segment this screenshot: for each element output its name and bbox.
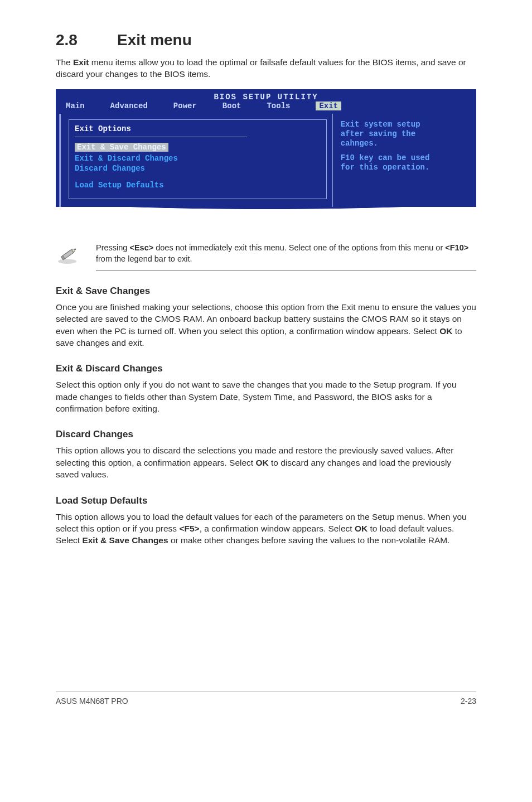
paragraph-exit-save: Once you are finished making your select… [56, 301, 476, 349]
intro-paragraph: The Exit menu items allow you to load th… [56, 57, 476, 80]
footer-right: 2-23 [461, 697, 476, 706]
bios-bottom-curve [56, 207, 476, 227]
note-post: from the legend bar to exit. [96, 254, 192, 263]
bold-ok: OK [255, 458, 268, 467]
bios-title: BIOS SETUP UTILITY [56, 89, 476, 102]
paragraph-exit-discard: Select this option only if you do not wa… [56, 379, 476, 414]
footer-separator [56, 692, 476, 692]
heading-load-defaults: Load Setup Defaults [56, 495, 476, 506]
bold-ok: OK [355, 524, 367, 533]
bios-tab-main[interactable]: Main [66, 102, 95, 110]
note-mid: does not immediately exit this menu. Sel… [153, 243, 445, 252]
bios-help-pane: Exit system setup after saving the cahng… [332, 114, 473, 207]
section-number: 2.8 [56, 31, 117, 49]
bios-item-exit-save[interactable]: Exit & Save Changes [75, 143, 168, 152]
bios-tab-power[interactable]: Power [173, 102, 207, 110]
text: , a confirmation window appears. Select [200, 524, 355, 533]
bold-f5: <F5> [179, 524, 199, 533]
bios-tab-tools[interactable]: Tools [267, 102, 300, 110]
paragraph-discard: This option allows you to discard the se… [56, 445, 476, 480]
bold-exit-save: Exit & Save Changes [82, 535, 168, 545]
heading-discard: Discard Changes [56, 429, 476, 440]
intro-post: menu items allow you to load the optimal… [56, 57, 466, 79]
intro-bold-exit: Exit [73, 57, 89, 67]
note-esc: <Esc> [129, 243, 153, 252]
note-text: Pressing <Esc> does not immediately exit… [96, 243, 476, 264]
bios-divider [75, 137, 247, 137]
page-footer: ASUS M4N68T PRO 2-23 [0, 697, 532, 724]
section-heading: 2.8Exit menu [56, 31, 476, 49]
note-f10: <F10> [445, 243, 468, 252]
bios-help-line: cahnges. [341, 139, 465, 148]
heading-exit-save: Exit & Save Changes [56, 286, 476, 297]
note-row: Pressing <Esc> does not immediately exit… [56, 241, 476, 266]
footer-left: ASUS M4N68T PRO [56, 697, 128, 706]
bold-ok: OK [439, 326, 452, 336]
note-separator [96, 270, 476, 271]
bios-help-line: after saving the [341, 129, 465, 138]
text: Once you are finished making your select… [56, 302, 476, 336]
bios-tab-boot[interactable]: Boot [223, 102, 252, 110]
bios-item-load-defaults[interactable]: Load Setup Defaults [75, 181, 321, 190]
bios-help-line: Exit system setup [341, 120, 465, 129]
bios-tab-advanced[interactable]: Advanced [110, 102, 158, 110]
bios-item-exit-discard[interactable]: Exit & Discard Changes [75, 154, 321, 163]
text: or make other changes before saving the … [168, 535, 450, 545]
bios-panel: BIOS SETUP UTILITY Main Advanced Power B… [56, 89, 476, 227]
bios-tab-exit[interactable]: Exit [316, 102, 341, 110]
paragraph-load-defaults: This option allows you to load the defau… [56, 511, 476, 547]
bios-item-discard[interactable]: Discard Changes [75, 164, 321, 173]
note-pre: Pressing [96, 243, 129, 252]
bios-help-line: F10 key can be used [341, 153, 465, 162]
bios-exit-options-heading: Exit Options [75, 124, 321, 133]
bios-tab-bar: Main Advanced Power Boot Tools Exit [56, 102, 476, 114]
section-title: Exit menu [117, 31, 192, 49]
svg-point-0 [58, 259, 76, 263]
bios-help-line: for this operation. [341, 163, 465, 172]
heading-exit-discard: Exit & Discard Changes [56, 363, 476, 374]
intro-pre: The [56, 57, 73, 67]
pencil-note-icon [56, 241, 80, 266]
